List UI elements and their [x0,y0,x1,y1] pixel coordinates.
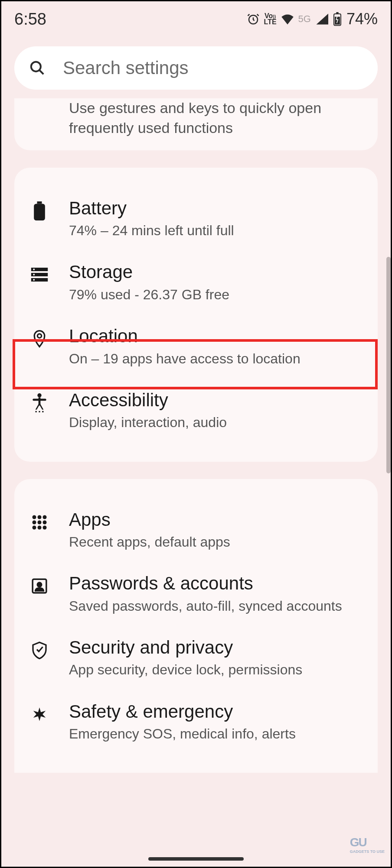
item-subtitle: Display, interaction, audio [69,413,362,432]
item-subtitle: Emergency SOS, medical info, alerts [69,725,362,743]
svg-rect-18 [39,411,40,412]
svg-point-28 [43,525,47,529]
emergency-icon [30,704,49,725]
item-title: Apps [69,508,362,531]
item-title: Storage [69,261,362,284]
settings-item-gestures[interactable]: Use gestures and keys to quickly open fr… [30,98,362,138]
network-type: 5G [298,13,311,25]
accessibility-icon [30,392,49,413]
svg-point-21 [38,515,42,519]
svg-point-10 [33,269,35,271]
battery-percent: 74% [346,10,378,28]
svg-point-25 [43,520,47,524]
battery-charging-icon [333,12,342,26]
svg-point-23 [33,520,36,524]
item-subtitle: Recent apps, default apps [69,533,362,551]
svg-point-22 [43,515,47,519]
watermark: GUGADGETS TO USE [350,836,385,854]
item-subtitle: Saved passwords, auto-fill, synced accou… [69,597,362,615]
scrollbar[interactable] [386,257,391,473]
item-title: Safety & emergency [69,700,362,723]
svg-point-13 [37,334,41,338]
settings-card-clipped: Use gestures and keys to quickly open fr… [14,98,378,150]
settings-card-apps: Apps Recent apps, default apps Passwords… [14,479,378,773]
svg-rect-5 [34,204,45,220]
alarm-icon [247,13,260,26]
svg-rect-19 [42,411,43,412]
item-title: Location [69,325,362,348]
svg-rect-17 [36,411,37,412]
svg-point-27 [38,525,42,529]
svg-point-12 [33,279,35,281]
account-box-icon [30,576,49,596]
svg-point-4 [31,62,41,71]
svg-point-11 [33,274,35,276]
item-subtitle: 74% – 24 mins left until full [69,221,362,240]
svg-rect-6 [37,201,42,204]
settings-item-apps[interactable]: Apps Recent apps, default apps [14,498,378,562]
item-subtitle: On – 19 apps have access to location [69,350,362,368]
settings-item-battery[interactable]: Battery 74% – 24 mins left until full [14,187,378,251]
svg-point-14 [37,393,41,397]
svg-point-20 [33,515,36,519]
item-subtitle: App security, device lock, permissions [69,661,362,679]
status-time: 6:58 [14,10,46,29]
search-icon [29,60,46,76]
svg-rect-16 [33,398,46,401]
volte-icon: Vo))LTE [264,13,277,26]
storage-icon [30,264,49,285]
settings-item-security[interactable]: Security and privacy App security, devic… [14,626,378,690]
item-subtitle: Use gestures and keys to quickly open fr… [69,98,362,138]
status-bar: 6:58 Vo))LTE 5G 74% [1,1,391,32]
location-icon [30,328,49,349]
shield-check-icon [30,640,49,661]
settings-item-location[interactable]: Location On – 19 apps have access to loc… [14,314,378,379]
search-placeholder: Search settings [63,58,189,78]
status-icons: Vo))LTE 5G 74% [247,10,378,28]
item-subtitle: 79% used - 26.37 GB free [69,285,362,304]
settings-item-safety[interactable]: Safety & emergency Emergency SOS, medica… [14,690,378,754]
settings-item-storage[interactable]: Storage 79% used - 26.37 GB free [14,250,378,314]
svg-point-26 [33,525,36,529]
settings-card-system: Battery 74% – 24 mins left until full St… [14,168,378,462]
wifi-icon [281,13,294,25]
svg-point-30 [37,583,42,587]
item-title: Passwords & accounts [69,572,362,595]
item-title: Security and privacy [69,636,362,659]
apps-icon [30,512,49,533]
settings-item-passwords[interactable]: Passwords & accounts Saved passwords, au… [14,562,378,626]
svg-point-24 [38,520,42,524]
settings-item-accessibility[interactable]: Accessibility Display, interaction, audi… [14,379,378,443]
svg-rect-2 [336,12,338,14]
home-indicator[interactable] [148,857,244,861]
item-title: Accessibility [69,389,362,412]
battery-icon [30,201,49,221]
item-title: Battery [69,197,362,220]
search-bar[interactable]: Search settings [14,46,378,90]
gesture-icon [30,98,49,114]
signal-icon [315,13,328,25]
